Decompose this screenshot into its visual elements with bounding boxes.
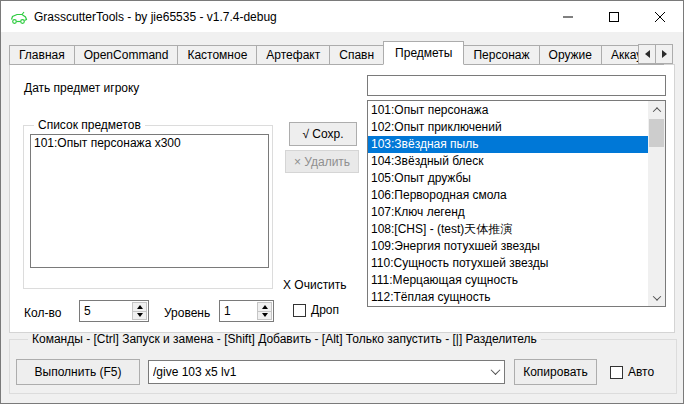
list-item[interactable]: 102:Опыт приключений (368, 119, 648, 136)
saved-list-item[interactable]: 101:Опыт персонажа x300 (31, 135, 268, 152)
list-item[interactable]: 105:Опыт дружбы (368, 170, 648, 187)
saved-items-legend: Список предметов (34, 118, 145, 132)
app-icon (10, 9, 28, 25)
list-item[interactable]: 112:Тёплая сущность (368, 289, 648, 306)
give-item-label: Дать предмет игроку (24, 81, 139, 95)
level-down-icon[interactable] (257, 311, 272, 321)
maximize-button[interactable] (591, 1, 637, 32)
tab-character[interactable]: Персонаж (463, 45, 539, 65)
item-list[interactable]: 101:Опыт персонажа 102:Опыт приключений … (367, 100, 666, 307)
item-search-input[interactable] (367, 75, 666, 96)
drop-checkbox-label: Дроп (311, 303, 339, 317)
tab-artifact[interactable]: Артефакт (256, 45, 330, 65)
app-window: GrasscutterTools - by jie65535 - v1.7.4-… (0, 0, 684, 404)
execute-button[interactable]: Выполнить (F5) (16, 359, 140, 385)
delete-button: × Удалить (285, 150, 359, 173)
list-item-selected[interactable]: 103:Звёздная пыль (368, 136, 648, 153)
tab-items[interactable]: Предметы (383, 41, 464, 65)
drop-checkbox[interactable]: Дроп (293, 303, 339, 317)
list-item[interactable]: 104:Звёздный блеск (368, 153, 648, 170)
clear-label[interactable]: X Очистить (283, 278, 347, 292)
titlebar: GrasscutterTools - by jie65535 - v1.7.4-… (1, 1, 683, 32)
chevron-down-icon[interactable] (491, 365, 501, 375)
minimize-button[interactable] (545, 1, 591, 32)
items-tab-page: Дать предмет игроку 101:Опыт персонажа 1… (9, 64, 675, 333)
list-item[interactable]: 108:[CHS] - (test)天体推演 (368, 221, 648, 238)
tab-scroll-left-icon[interactable] (638, 44, 656, 64)
tab-spawn[interactable]: Спавн (329, 45, 384, 65)
list-item[interactable]: 109:Энергия потухшей звезды (368, 238, 648, 255)
tab-custom[interactable]: Кастомное (177, 45, 257, 65)
tab-weapon[interactable]: Оружие (539, 45, 602, 65)
list-item[interactable]: 106:Первородная смола (368, 187, 648, 204)
tab-scroll-buttons (639, 44, 673, 402)
copy-button[interactable]: Копировать (514, 359, 597, 385)
list-item[interactable]: 101:Опыт персонажа (368, 102, 648, 119)
tab-home[interactable]: Главная (9, 45, 75, 65)
auto-checkbox-box[interactable] (610, 366, 623, 379)
close-button[interactable] (637, 1, 683, 32)
level-stepper[interactable]: 1 (219, 300, 274, 322)
quantity-down-icon[interactable] (132, 311, 147, 321)
quantity-stepper[interactable]: 5 (79, 300, 149, 322)
list-item[interactable]: 111:Мерцающая сущность (368, 272, 648, 289)
saved-items-list[interactable]: 101:Опыт персонажа x300 (30, 134, 269, 268)
item-list-rows: 101:Опыт персонажа 102:Опыт приключений … (368, 102, 648, 306)
command-input[interactable] (149, 361, 482, 383)
command-combobox[interactable] (148, 360, 505, 384)
save-button[interactable]: √ Сохр. (289, 122, 357, 146)
drop-checkbox-box[interactable] (293, 304, 306, 317)
quantity-label: Кол-во (24, 306, 61, 320)
tab-scroll-right-icon[interactable] (655, 44, 673, 64)
window-title: GrasscutterTools - by jie65535 - v1.7.4-… (34, 10, 277, 24)
level-value[interactable]: 1 (224, 304, 231, 318)
tab-strip: Главная OpenCommand Кастомное Артефакт С… (9, 41, 675, 65)
commands-groupbox: Команды - [Ctrl] Запуск и замена - [Shif… (9, 339, 677, 394)
level-label: Уровень (164, 306, 210, 320)
quantity-value[interactable]: 5 (84, 304, 91, 318)
commands-legend: Команды - [Ctrl] Запуск и замена - [Shif… (28, 332, 541, 346)
tab-opencommand[interactable]: OpenCommand (74, 45, 179, 65)
list-item[interactable]: 107:Ключ легенд (368, 204, 648, 221)
list-item[interactable]: 110:Сущность потухшей звезды (368, 255, 648, 272)
saved-items-groupbox: Список предметов 101:Опыт персонажа x300 (23, 125, 273, 289)
